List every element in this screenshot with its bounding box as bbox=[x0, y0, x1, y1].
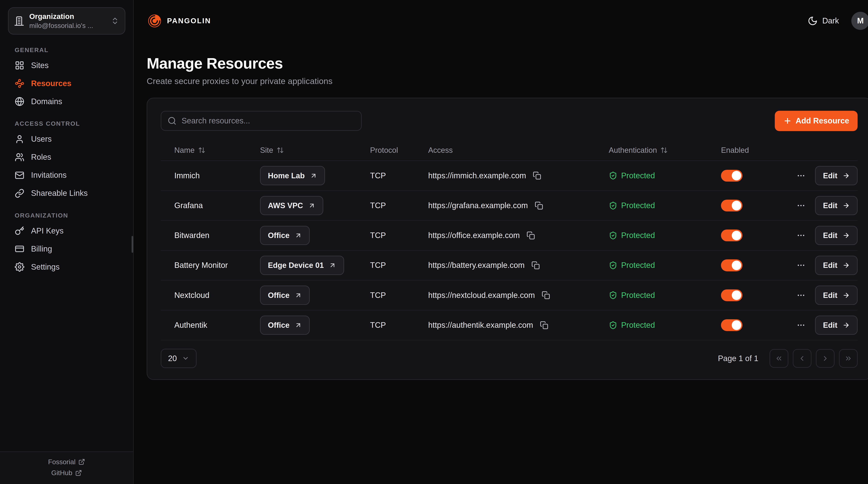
pagination-bar: 20 Page 1 of 1 bbox=[161, 349, 858, 368]
footer-link-fossorial[interactable]: Fossorial bbox=[48, 458, 85, 466]
resource-name: Grafana bbox=[161, 201, 260, 210]
enabled-toggle[interactable] bbox=[721, 290, 743, 301]
toggle-knob bbox=[732, 201, 741, 210]
last-page-button[interactable] bbox=[839, 349, 858, 368]
row-menu-button[interactable] bbox=[796, 170, 807, 181]
ellipsis-icon bbox=[797, 171, 806, 180]
row-menu-button[interactable] bbox=[796, 200, 807, 211]
row-menu-button[interactable] bbox=[796, 230, 807, 241]
chevron-left-icon bbox=[798, 355, 806, 362]
copy-icon bbox=[535, 201, 543, 210]
edit-button[interactable]: Edit bbox=[815, 256, 858, 275]
resource-actions-cell: Edit bbox=[721, 226, 858, 245]
theme-toggle-button[interactable]: Dark bbox=[808, 16, 839, 26]
column-header-authentication[interactable]: Authentication bbox=[609, 146, 721, 154]
edit-button[interactable]: Edit bbox=[815, 285, 858, 305]
chevron-down-icon bbox=[182, 355, 189, 362]
shield-check-icon bbox=[609, 321, 617, 330]
enabled-toggle[interactable] bbox=[721, 260, 743, 271]
toggle-knob bbox=[732, 231, 741, 240]
sidebar-item-api-keys[interactable]: API Keys bbox=[0, 222, 133, 240]
search-input[interactable] bbox=[182, 116, 355, 125]
enabled-toggle[interactable] bbox=[721, 170, 743, 182]
copy-button[interactable] bbox=[532, 170, 542, 181]
resource-auth-cell: Protected bbox=[609, 171, 721, 180]
shield-check-icon bbox=[609, 291, 617, 299]
column-header-name[interactable]: Name bbox=[161, 146, 260, 154]
site-link-button[interactable]: Office bbox=[260, 285, 310, 305]
column-header-enabled: Enabled bbox=[721, 146, 858, 154]
sidebar-item-invitations[interactable]: Invitations bbox=[0, 166, 133, 184]
enabled-toggle[interactable] bbox=[721, 319, 743, 331]
avatar-initial: M bbox=[857, 16, 864, 25]
sidebar-item-shareable-links[interactable]: Shareable Links bbox=[0, 184, 133, 202]
page-size-select[interactable]: 20 bbox=[161, 349, 196, 368]
auth-status: Protected bbox=[621, 291, 655, 300]
prev-page-button[interactable] bbox=[793, 349, 811, 368]
site-link-button[interactable]: AWS VPC bbox=[260, 196, 323, 215]
copy-button[interactable] bbox=[526, 230, 536, 241]
footer-link-github[interactable]: GitHub bbox=[51, 469, 82, 477]
sidebar-item-label: Settings bbox=[31, 263, 60, 272]
copy-button[interactable] bbox=[539, 320, 550, 331]
sidebar-item-domains[interactable]: Domains bbox=[0, 93, 133, 111]
resource-actions-cell: Edit bbox=[721, 315, 858, 335]
arrow-right-icon bbox=[842, 322, 850, 329]
site-link-button[interactable]: Home Lab bbox=[260, 166, 325, 185]
sidebar-item-label: Shareable Links bbox=[31, 189, 88, 198]
first-page-button[interactable] bbox=[770, 349, 788, 368]
site-link-button[interactable]: Edge Device 01 bbox=[260, 256, 344, 275]
ellipsis-icon bbox=[797, 291, 806, 300]
sidebar-item-billing[interactable]: Billing bbox=[0, 240, 133, 258]
add-resource-button[interactable]: Add Resource bbox=[775, 111, 858, 131]
column-header-protocol: Protocol bbox=[370, 146, 428, 154]
sort-icon bbox=[660, 147, 668, 154]
sidebar-item-users[interactable]: Users bbox=[0, 130, 133, 148]
sidebar-item-label: Resources bbox=[31, 79, 71, 88]
table-row: Authentik Office TCP https://authentik.e… bbox=[161, 310, 858, 340]
shield-check-icon bbox=[609, 201, 617, 210]
arrow-right-icon bbox=[842, 232, 850, 239]
arrow-right-icon bbox=[842, 292, 850, 299]
resource-auth-cell: Protected bbox=[609, 201, 721, 210]
resource-access-cell: https://battery.example.com bbox=[428, 260, 609, 271]
org-selector[interactable]: Organization milo@fossorial.io's ... bbox=[8, 7, 125, 34]
table-row: Battery Monitor Edge Device 01 TCP https… bbox=[161, 251, 858, 280]
auth-status: Protected bbox=[621, 321, 655, 330]
next-page-button[interactable] bbox=[816, 349, 835, 368]
toggle-knob bbox=[732, 291, 741, 300]
edit-button[interactable]: Edit bbox=[815, 226, 858, 245]
resource-access-url: https://grafana.example.com bbox=[428, 201, 528, 210]
enabled-toggle[interactable] bbox=[721, 230, 743, 241]
copy-button[interactable] bbox=[533, 200, 544, 211]
sidebar-item-roles[interactable]: Roles bbox=[0, 148, 133, 166]
row-menu-button[interactable] bbox=[796, 320, 807, 331]
sidebar-scrollbar-thumb[interactable] bbox=[132, 236, 133, 253]
edit-button[interactable]: Edit bbox=[815, 166, 858, 185]
auth-status: Protected bbox=[621, 231, 655, 240]
site-link-button[interactable]: Office bbox=[260, 315, 310, 335]
resource-auth-cell: Protected bbox=[609, 231, 721, 240]
page-content: Manage Resources Create secure proxies t… bbox=[134, 42, 868, 380]
row-menu-button[interactable] bbox=[796, 290, 807, 301]
sidebar-item-settings[interactable]: Settings bbox=[0, 258, 133, 276]
avatar[interactable]: M bbox=[851, 12, 868, 30]
site-link-button[interactable]: Office bbox=[260, 226, 310, 245]
edit-button[interactable]: Edit bbox=[815, 196, 858, 215]
copy-button[interactable] bbox=[530, 260, 541, 271]
resource-auth-cell: Protected bbox=[609, 261, 721, 270]
row-menu-button[interactable] bbox=[796, 260, 807, 271]
enabled-toggle[interactable] bbox=[721, 200, 743, 211]
copy-button[interactable] bbox=[540, 290, 551, 301]
sidebar-item-sites[interactable]: Sites bbox=[0, 56, 133, 74]
resource-access-cell: https://authentik.example.com bbox=[428, 320, 609, 331]
main-area: PANGOLIN Dark M Manage Resources Create … bbox=[134, 0, 868, 484]
edit-button[interactable]: Edit bbox=[815, 315, 858, 335]
sidebar-item-resources[interactable]: Resources bbox=[0, 74, 133, 93]
card-toolbar: Add Resource bbox=[161, 111, 858, 131]
user-icon bbox=[15, 134, 24, 144]
column-header-access: Access bbox=[428, 146, 609, 154]
section-label-general: GENERAL bbox=[15, 47, 133, 54]
arrow-right-icon bbox=[842, 172, 850, 179]
column-header-site[interactable]: Site bbox=[260, 146, 370, 154]
